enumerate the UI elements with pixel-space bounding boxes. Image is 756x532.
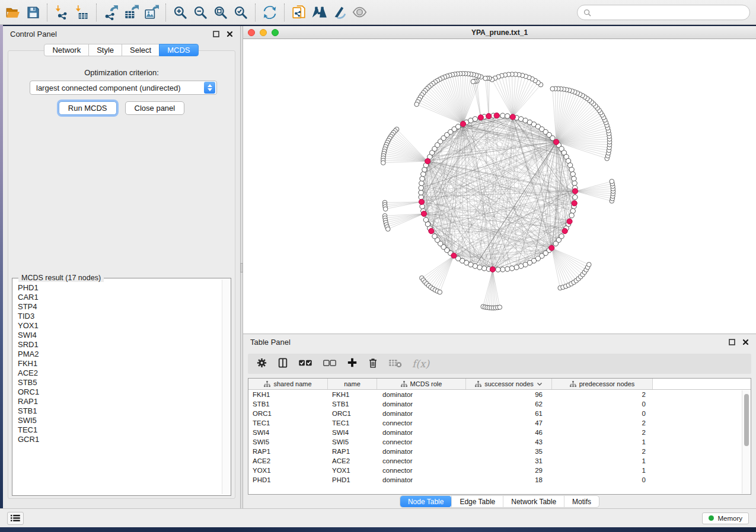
network-search-box[interactable] bbox=[577, 5, 750, 20]
search-input[interactable] bbox=[595, 8, 744, 17]
close-panel-icon[interactable] bbox=[742, 339, 749, 345]
table-cell[interactable]: STB1 bbox=[248, 399, 328, 409]
mcds-result-item[interactable]: STB5 bbox=[18, 378, 221, 387]
tab-network[interactable]: Network bbox=[44, 44, 89, 56]
export-table-button[interactable] bbox=[121, 2, 141, 23]
tab-motifs[interactable]: Motifs bbox=[564, 496, 599, 507]
tab-select[interactable]: Select bbox=[122, 44, 160, 56]
optimization-criterion-select[interactable]: largest connected component (undirected) bbox=[30, 81, 217, 95]
tab-node-table[interactable]: Node Table bbox=[400, 496, 452, 507]
table-cell[interactable]: 62 bbox=[466, 399, 552, 409]
tab-mcds[interactable]: MCDS bbox=[159, 44, 198, 56]
fit-content-button[interactable] bbox=[210, 2, 231, 23]
table-cell[interactable]: SWI4 bbox=[328, 428, 377, 437]
zoom-in-button[interactable] bbox=[170, 2, 190, 23]
table-cell[interactable]: 2 bbox=[552, 428, 653, 437]
import-network-button[interactable] bbox=[52, 2, 72, 23]
close-panel-button[interactable]: Close panel bbox=[125, 101, 185, 115]
zoom-out-button[interactable] bbox=[190, 2, 210, 23]
table-cell[interactable]: PHD1 bbox=[248, 475, 328, 485]
network-canvas[interactable] bbox=[243, 39, 756, 334]
delete-column-button[interactable] bbox=[368, 357, 378, 371]
mcds-result-item[interactable]: TEC1 bbox=[18, 425, 221, 435]
table-cell[interactable]: connector bbox=[377, 418, 466, 428]
table-cell[interactable]: connector bbox=[377, 437, 466, 447]
table-cell[interactable]: PHD1 bbox=[328, 475, 377, 485]
table-scrollbar-thumb[interactable] bbox=[744, 394, 749, 446]
search-network-button[interactable] bbox=[309, 2, 329, 23]
tab-style[interactable]: Style bbox=[88, 44, 122, 56]
table-cell[interactable]: FKH1 bbox=[248, 390, 328, 399]
table-cell[interactable]: YOX1 bbox=[248, 466, 328, 475]
table-row[interactable]: ACE2ACE2connector311 bbox=[248, 456, 751, 466]
mcds-result-item[interactable]: YOX1 bbox=[18, 321, 221, 331]
table-cell[interactable]: 29 bbox=[466, 466, 552, 475]
show-task-history-button[interactable] bbox=[7, 512, 24, 525]
table-cell[interactable]: 1 bbox=[552, 466, 653, 475]
mcds-result-item[interactable]: SRD1 bbox=[18, 340, 221, 350]
mcds-result-item[interactable]: RAP1 bbox=[18, 397, 221, 406]
hide-graphics-details-button[interactable] bbox=[349, 2, 369, 23]
table-cell[interactable]: 43 bbox=[466, 437, 552, 447]
mcds-result-item[interactable]: PHD1 bbox=[18, 283, 221, 293]
table-cell[interactable]: connector bbox=[377, 456, 466, 466]
export-image-button[interactable] bbox=[141, 2, 161, 23]
table-cell[interactable]: 2 bbox=[552, 418, 653, 428]
table-cell[interactable]: 61 bbox=[466, 409, 552, 418]
table-cell[interactable]: RAP1 bbox=[328, 447, 377, 456]
table-row[interactable]: TEC1TEC1connector472 bbox=[248, 418, 751, 428]
table-row[interactable]: STB1STB1dominator620 bbox=[248, 399, 751, 409]
table-row[interactable]: ORC1ORC1dominator610 bbox=[248, 409, 751, 418]
table-cell[interactable]: 46 bbox=[466, 428, 552, 437]
table-cell[interactable]: 2 bbox=[552, 447, 653, 456]
table-cell[interactable]: ORC1 bbox=[248, 409, 328, 418]
table-cell[interactable]: TEC1 bbox=[248, 418, 328, 428]
column-header-name[interactable]: name bbox=[328, 379, 377, 389]
clone-network-button[interactable] bbox=[289, 2, 309, 23]
mcds-result-item[interactable]: STB1 bbox=[18, 406, 221, 416]
table-row[interactable]: PHD1PHD1dominator180 bbox=[248, 475, 751, 485]
mcds-result-item[interactable]: SWI5 bbox=[18, 416, 221, 425]
table-cell[interactable]: 18 bbox=[466, 475, 552, 485]
table-cell[interactable]: RAP1 bbox=[248, 447, 328, 456]
table-cell[interactable]: dominator bbox=[377, 447, 466, 456]
tab-network-table[interactable]: Network Table bbox=[503, 496, 564, 507]
table-cell[interactable]: 1 bbox=[552, 456, 653, 466]
table-cell[interactable]: SWI4 bbox=[248, 428, 328, 437]
table-cell[interactable]: STB1 bbox=[328, 399, 377, 409]
table-cell[interactable]: connector bbox=[377, 466, 466, 475]
deselect-all-button[interactable] bbox=[323, 358, 337, 370]
table-row[interactable]: RAP1RAP1dominator352 bbox=[248, 447, 751, 456]
mcds-result-item[interactable]: ORC1 bbox=[18, 387, 221, 397]
table-cell[interactable]: 1 bbox=[552, 437, 653, 447]
run-mcds-button[interactable]: Run MCDS bbox=[59, 101, 117, 115]
show-columns-button[interactable] bbox=[277, 357, 288, 371]
column-header-predecessor-nodes[interactable]: predecessor nodes bbox=[552, 379, 653, 389]
table-settings-button[interactable] bbox=[256, 357, 267, 371]
table-cell[interactable]: ACE2 bbox=[328, 456, 377, 466]
table-row[interactable]: SWI5SWI5connector431 bbox=[248, 437, 751, 447]
import-table-button[interactable] bbox=[72, 2, 92, 23]
open-file-button[interactable] bbox=[2, 2, 23, 23]
table-cell[interactable]: dominator bbox=[377, 428, 466, 437]
table-cell[interactable]: YOX1 bbox=[328, 466, 377, 475]
tab-edge-table[interactable]: Edge Table bbox=[451, 496, 503, 507]
fit-selected-button[interactable] bbox=[231, 2, 251, 23]
float-panel-icon[interactable] bbox=[213, 31, 219, 37]
table-cell[interactable]: 0 bbox=[552, 475, 653, 485]
table-cell[interactable]: SWI5 bbox=[248, 437, 328, 447]
table-cell[interactable]: dominator bbox=[377, 475, 466, 485]
table-cell[interactable]: 0 bbox=[552, 409, 653, 418]
function-builder-button[interactable]: f(x) bbox=[412, 358, 429, 370]
table-cell[interactable]: 0 bbox=[552, 399, 653, 409]
network-graph[interactable] bbox=[243, 39, 756, 334]
float-panel-icon[interactable] bbox=[729, 339, 735, 345]
mcds-result-item[interactable]: CAR1 bbox=[18, 293, 221, 302]
refresh-view-button[interactable] bbox=[260, 2, 280, 23]
close-panel-icon[interactable] bbox=[227, 31, 233, 37]
table-row[interactable]: SWI4SWI4dominator462 bbox=[248, 428, 751, 437]
table-cell[interactable]: 47 bbox=[466, 418, 552, 428]
table-cell[interactable]: 31 bbox=[466, 456, 552, 466]
column-header-MCDS-role[interactable]: MCDS role bbox=[377, 379, 466, 389]
mcds-result-item[interactable]: TID3 bbox=[18, 312, 221, 321]
